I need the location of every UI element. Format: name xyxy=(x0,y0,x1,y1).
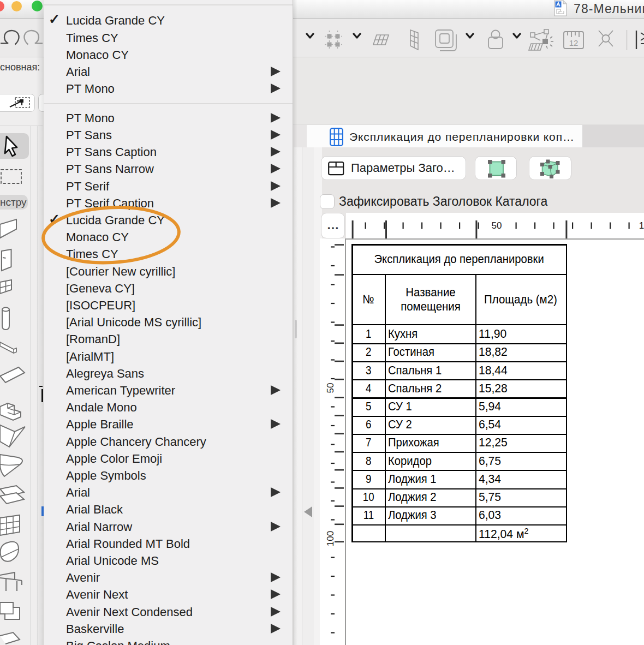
svg-text:100: 100 xyxy=(325,531,336,546)
svg-text:50: 50 xyxy=(492,220,502,231)
svg-text:нстру: нстру xyxy=(0,196,27,208)
svg-text:12: 12 xyxy=(569,38,579,47)
svg-text:100: 100 xyxy=(639,220,644,231)
svg-text:50: 50 xyxy=(325,383,336,393)
